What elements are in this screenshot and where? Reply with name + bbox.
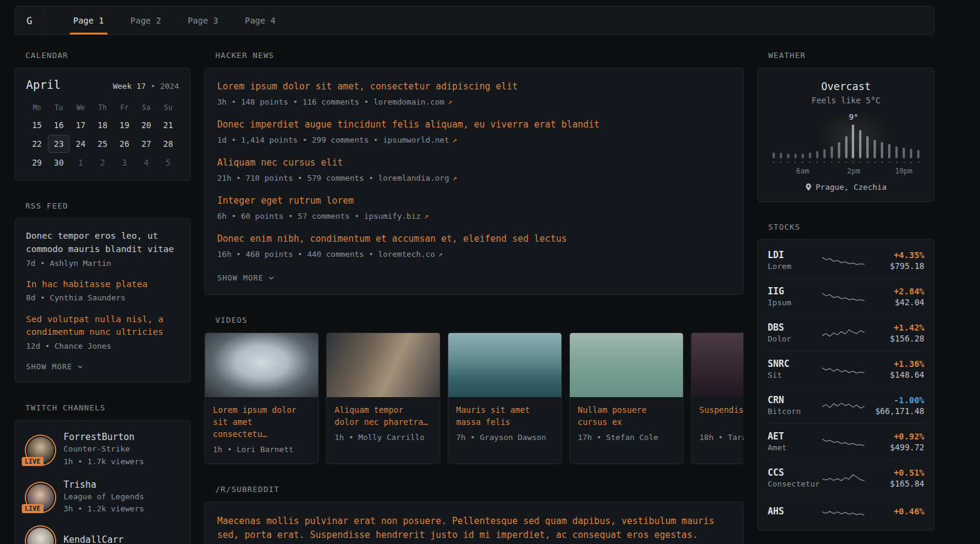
calendar-day-next-month[interactable]: 3 xyxy=(114,154,136,172)
calendar-week-number: Week 17 xyxy=(113,82,146,91)
twitch-channel[interactable]: LIVE Trisha League of Legends 3h • 1.2k … xyxy=(26,479,179,514)
weather-temp-bar xyxy=(816,151,818,158)
video-thumbnail[interactable] xyxy=(570,333,683,397)
calendar-day[interactable]: 17 xyxy=(70,116,91,134)
external-link-icon[interactable]: ↗ xyxy=(452,135,457,144)
weather-hour-dot xyxy=(860,161,861,163)
stock-row[interactable]: CRN Bitcorn -1.00% $66,171.48 xyxy=(768,387,924,423)
stock-ticker: DBS xyxy=(768,322,816,333)
calendar-day[interactable]: 26 xyxy=(114,135,136,153)
weather-hour-column xyxy=(814,125,821,163)
stock-row[interactable]: SNRC Sit +1.36% $148.64 xyxy=(768,351,924,387)
stock-row[interactable]: CCS Consectetur +0.51% $165.84 xyxy=(768,459,924,496)
calendar-day[interactable]: 16 xyxy=(48,116,70,134)
weather-time-labels: 6am 2pm 10pm xyxy=(770,167,922,176)
rss-item-link[interactable]: In hac habitasse platea xyxy=(26,278,179,291)
stock-row[interactable]: IIG Ipsum +2.84% $42.04 xyxy=(768,278,924,314)
tab-page-2[interactable]: Page 2 xyxy=(117,7,175,34)
tab-page-1[interactable]: Page 1 xyxy=(60,7,117,34)
calendar-dow: Fr xyxy=(114,100,136,115)
video-title-link[interactable]: Suspendisse diam xyxy=(699,404,743,428)
calendar-card: April Week 17 • 2024 Mo Tu We Th Fr Sa S xyxy=(15,68,191,181)
calendar-day[interactable]: 25 xyxy=(91,135,113,153)
video-card[interactable]: Aliquam tempor dolor nec pharetra… 1h • … xyxy=(326,332,440,464)
external-link-icon[interactable]: ↗ xyxy=(438,250,443,259)
rss-show-more-button[interactable]: SHOW MORE xyxy=(26,362,83,371)
sparkline-path xyxy=(822,257,864,264)
hn-item-link[interactable]: Lorem ipsum dolor sit amet, consectetur … xyxy=(217,80,731,94)
stock-price: $156.28 xyxy=(871,334,924,343)
calendar-day[interactable]: 22 xyxy=(26,135,48,153)
calendar-day[interactable]: 15 xyxy=(26,116,48,134)
weather-hour-dot xyxy=(831,161,832,163)
external-link-icon[interactable]: ↗ xyxy=(452,173,457,183)
stock-values: +0.46% xyxy=(871,507,924,517)
video-title-link[interactable]: Nullam posuere cursus ex xyxy=(578,404,675,429)
stock-row[interactable]: AHS +0.46% xyxy=(768,496,924,528)
stock-row[interactable]: DBS Dolor +1.42% $156.28 xyxy=(768,314,924,351)
video-card[interactable]: Suspendisse diam 18h • Tara xyxy=(691,332,743,464)
stock-id: SNRC Sit xyxy=(768,358,816,380)
calendar-day[interactable]: 21 xyxy=(157,116,179,134)
subreddit-post-link[interactable]: Maecenas mollis pulvinar erat non posuer… xyxy=(217,514,731,543)
live-badge: LIVE xyxy=(22,504,44,513)
video-thumbnail[interactable] xyxy=(448,333,561,397)
calendar-dow: Mo xyxy=(26,100,48,115)
channel-info: ForrestBurton Counter-Strike 1h • 1.7k v… xyxy=(64,432,144,467)
rss-item-meta: 8d • Cynthia Saunders xyxy=(26,293,179,303)
twitch-widget: TWITCH CHANNELS LIVE ForrestBurton Count… xyxy=(15,403,191,544)
weather-temp-bar xyxy=(866,136,869,158)
video-title-link[interactable]: Lorem ipsum dolor sit amet consectetu… xyxy=(213,404,310,441)
calendar-dow: Th xyxy=(91,100,113,115)
video-thumbnail[interactable] xyxy=(691,333,743,397)
calendar-day[interactable]: 30 xyxy=(48,154,70,172)
twitch-channel[interactable]: LIVE ForrestBurton Counter-Strike 1h • 1… xyxy=(26,432,179,467)
weather-location: Prague, Czechia xyxy=(770,183,922,192)
hn-item-link[interactable]: Donec imperdiet augue tincidunt felis al… xyxy=(217,118,731,132)
stock-row[interactable]: LDI Lorem +4.35% $795.18 xyxy=(768,242,924,278)
calendar-day-selected[interactable]: 23 xyxy=(48,135,70,153)
tab-page-4[interactable]: Page 4 xyxy=(232,7,289,34)
calendar-day[interactable]: 18 xyxy=(91,116,113,134)
video-card[interactable]: Nullam posuere cursus ex 17h • Stefan Co… xyxy=(569,332,684,464)
video-card[interactable]: Lorem ipsum dolor sit amet consectetu… 1… xyxy=(204,332,319,464)
external-link-icon[interactable]: ↗ xyxy=(448,97,452,106)
video-thumbnail[interactable] xyxy=(205,333,318,397)
calendar-day-next-month[interactable]: 1 xyxy=(70,154,91,172)
rss-item-link[interactable]: Donec tempor eros leo, ut commodo mauris… xyxy=(26,230,179,256)
hackernews-widget-title: HACKER NEWS xyxy=(204,51,743,60)
rss-item-link[interactable]: Sed volutpat nulla nisl, a condimentum n… xyxy=(26,313,179,340)
hn-item-link[interactable]: Integer eget rutrum lorem xyxy=(217,195,731,208)
video-body: Aliquam tempor dolor nec pharetra… 1h • … xyxy=(327,397,440,452)
weather-temp-bar xyxy=(888,144,890,158)
hn-item-link[interactable]: Aliquam nec cursus elit xyxy=(217,157,731,170)
calendar-day[interactable]: 24 xyxy=(70,135,91,153)
calendar-day[interactable]: 29 xyxy=(26,154,48,172)
external-link-icon[interactable]: ↗ xyxy=(424,212,429,221)
hn-item-link[interactable]: Donec enim nibh, condimentum et accumsan… xyxy=(217,233,731,246)
twitch-channel[interactable]: KendallCarr xyxy=(26,526,179,544)
hn-item-meta: 1d • 1,414 points • 299 comments • ipsum… xyxy=(217,135,731,146)
hn-show-more-button[interactable]: SHOW MORE xyxy=(217,273,275,282)
calendar-day-next-month[interactable]: 5 xyxy=(157,154,179,172)
video-title-link[interactable]: Aliquam tempor dolor nec pharetra… xyxy=(335,404,432,429)
stock-price: $42.04 xyxy=(871,297,924,307)
calendar-day[interactable]: 19 xyxy=(114,116,136,134)
weather-condition: Overcast xyxy=(770,80,922,92)
app-logo[interactable]: G xyxy=(15,7,44,34)
calendar-day[interactable]: 27 xyxy=(136,135,157,153)
calendar-day[interactable]: 20 xyxy=(136,116,157,134)
calendar-day[interactable]: 28 xyxy=(157,135,179,153)
stock-sparkline xyxy=(822,433,864,450)
stock-change: +2.84% xyxy=(871,287,924,296)
weather-widget: WEATHER Overcast Feels like 5°C 9° 6am 2… xyxy=(757,51,935,202)
hn-item-meta-text: 6h • 60 points • 57 comments • ipsumify.… xyxy=(217,212,421,221)
sparkline-path xyxy=(822,474,864,481)
calendar-day-next-month[interactable]: 2 xyxy=(91,154,113,172)
calendar-day-next-month[interactable]: 4 xyxy=(136,154,157,172)
video-card[interactable]: Mauris sit amet massa felis 7h • Grayson… xyxy=(448,332,562,464)
video-title-link[interactable]: Mauris sit amet massa felis xyxy=(456,404,554,429)
tab-page-3[interactable]: Page 3 xyxy=(174,7,232,34)
video-thumbnail[interactable] xyxy=(327,333,440,397)
stock-row[interactable]: AET Amet +0.92% $499.72 xyxy=(768,423,924,459)
